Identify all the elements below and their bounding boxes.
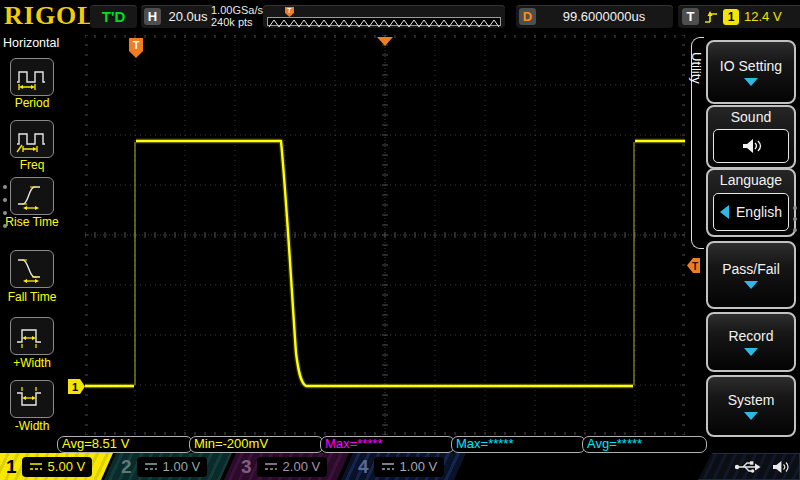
language-value: English [736, 204, 782, 220]
delay-badge: D [519, 8, 536, 25]
chevron-left-icon [720, 205, 729, 219]
channel-3-scale: 2.00 V [283, 459, 321, 474]
language-label: Language [708, 172, 794, 188]
record-button[interactable]: Record [706, 312, 796, 372]
pass-fail-label: Pass/Fail [722, 261, 780, 277]
fall-time-icon [14, 255, 50, 283]
channel-3-status[interactable]: 3 2.00 V [224, 453, 349, 480]
delay-box: D 99.6000000us [516, 5, 673, 28]
oscilloscope-screen: { "top_bar": { "logo": "RIGOL", "trigger… [0, 0, 800, 480]
period-button[interactable] [10, 58, 54, 96]
measurement-max-ch4: Max=***** [451, 436, 586, 453]
io-setting-button[interactable]: IO Setting [706, 40, 796, 104]
dc-coupling-icon [29, 461, 43, 472]
horizontal-timebase-box: H 20.0us [141, 5, 214, 28]
measurement-max-ch3: Max=***** [320, 436, 455, 453]
language-select[interactable]: English [713, 193, 789, 231]
rise-time-icon [14, 182, 50, 210]
measurement-min: Min=-200mV [189, 436, 324, 453]
trigger-badge: T [682, 8, 699, 25]
minus-width-button[interactable] [10, 380, 54, 418]
channel-1-status[interactable]: 1 5.00 V [0, 453, 113, 480]
preview-waveform-icon [268, 17, 500, 29]
trigger-status-label: T'D [102, 8, 126, 25]
left-menu-title: Horizontal [3, 36, 59, 50]
freq-label: Freq [0, 158, 64, 172]
plus-width-button[interactable] [10, 317, 54, 355]
channel-1-number: 1 [6, 456, 17, 478]
rise-time-label: Rise Time [0, 215, 64, 229]
plus-width-label: +Width [0, 356, 64, 370]
memory-depth: 240k pts [211, 16, 263, 28]
left-menu-page-dot [3, 211, 7, 215]
delay-value: 99.6000000us [538, 9, 670, 24]
period-label: Period [0, 96, 64, 110]
channel1-ground-marker-icon[interactable]: 1 [68, 378, 86, 395]
sound-toggle[interactable] [713, 129, 789, 163]
freq-icon [14, 125, 50, 153]
channel-4-scale: 1.00 V [400, 459, 438, 474]
preview-trigger-flag-icon: T [284, 6, 295, 18]
trigger-info-box: T 1 12.4 V [678, 5, 800, 28]
measurement-avg-ch4: Avg=***** [582, 436, 707, 453]
right-menu-page-dot [793, 217, 797, 221]
channel-1-scale: 5.00 V [48, 459, 86, 474]
chevron-down-icon [744, 78, 758, 86]
rigol-logo: RIGOL [4, 1, 96, 31]
graticule [85, 35, 685, 435]
io-setting-label: IO Setting [720, 58, 782, 74]
channel-2-number: 2 [121, 456, 132, 478]
period-icon [14, 63, 50, 91]
chevron-down-icon [744, 281, 758, 289]
left-menu-page-dot [3, 224, 7, 228]
chevron-down-icon [744, 412, 758, 420]
svg-text:T: T [287, 7, 292, 14]
trigger-source-badge: 1 [723, 9, 739, 25]
minus-width-label: -Width [0, 419, 64, 433]
right-menu-page-dot [793, 206, 797, 210]
dc-coupling-icon [264, 461, 278, 472]
system-label: System [728, 392, 775, 408]
trigger-status-box: T'D [90, 5, 137, 28]
dc-coupling-icon [381, 461, 395, 472]
freq-button[interactable] [10, 120, 54, 158]
pass-fail-button[interactable]: Pass/Fail [706, 241, 796, 309]
minus-width-icon [14, 385, 50, 413]
speaker-icon [771, 459, 790, 475]
sound-label: Sound [708, 109, 794, 125]
channel-4-status[interactable]: 4 1.00 V [341, 453, 466, 480]
dc-coupling-icon [144, 461, 158, 472]
language-button[interactable]: Language English [706, 168, 796, 237]
left-menu-page-dot [3, 185, 7, 189]
channel-4-number: 4 [358, 456, 369, 478]
horizontal-center-marker-icon [376, 36, 394, 47]
acquisition-info: 1.00GSa/s 240k pts [211, 4, 263, 28]
channel-status-bar: 1 5.00 V 2 1.00 V 3 2.00 V [0, 453, 800, 480]
rise-time-button[interactable] [10, 177, 54, 215]
svg-text:1: 1 [72, 381, 78, 393]
system-status-area [698, 453, 800, 480]
trigger-position-flag-icon[interactable]: T [128, 37, 144, 60]
usb-icon [734, 459, 761, 475]
horizontal-badge: H [144, 8, 161, 25]
sound-button[interactable]: Sound [706, 105, 796, 169]
trigger-slope-rising-icon [704, 9, 718, 25]
fall-time-button[interactable] [10, 250, 54, 288]
plus-width-icon [14, 322, 50, 350]
right-menu-page-dot [793, 228, 797, 232]
trigger-level-value: 12.4 V [744, 9, 782, 24]
waveform-display [85, 35, 685, 435]
trigger-level-marker-icon[interactable]: T [686, 257, 701, 274]
fall-time-label: Fall Time [0, 290, 64, 304]
svg-text:T: T [692, 261, 698, 272]
chevron-down-icon [744, 348, 758, 356]
sample-rate: 1.00GSa/s [211, 4, 263, 16]
left-menu-page-dot [3, 198, 7, 202]
measurement-avg: Avg=8.51 V [57, 436, 193, 453]
channel-2-status[interactable]: 2 1.00 V [104, 453, 232, 480]
system-button[interactable]: System [706, 375, 796, 437]
waveform-preview [267, 17, 501, 26]
record-label: Record [728, 328, 773, 344]
speaker-icon [739, 136, 763, 156]
channel-2-scale: 1.00 V [163, 459, 201, 474]
